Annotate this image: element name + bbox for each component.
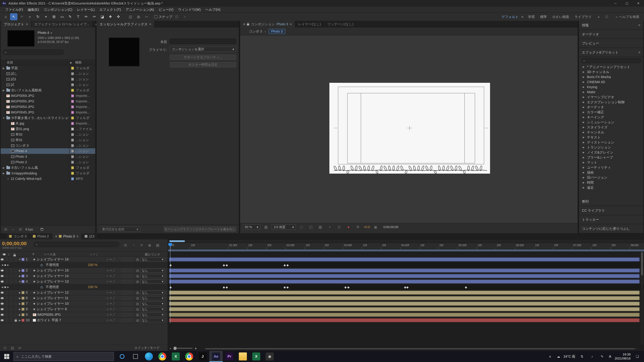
effects-category[interactable]: ▶オーディオ	[579, 105, 643, 110]
layer-switches[interactable]: ◇✶╱	[107, 313, 122, 316]
panel-menu-icon[interactable]: ≡	[638, 23, 640, 27]
layer-name[interactable]: シェイプレイヤー 13	[36, 279, 107, 284]
kf-next-icon[interactable]: ▶	[7, 286, 9, 289]
menu-layer[interactable]: レイヤー(L)	[75, 7, 97, 12]
layer-duration-bar-row[interactable]	[168, 257, 644, 262]
panel-align[interactable]: 整列	[579, 197, 643, 206]
layer-lock-toggle[interactable]	[14, 268, 18, 273]
panel-menu-icon[interactable]: ≡	[76, 234, 78, 238]
home-tool-icon[interactable]: ⌂	[2, 13, 10, 20]
composition-viewer-tab[interactable]: ×コンポジションPhoto 3≡	[240, 21, 295, 27]
expand-icon[interactable]: ▶	[582, 86, 585, 88]
layer-duration-bar[interactable]	[169, 302, 640, 306]
project-item[interactable]: コンポ 3...ション	[1, 143, 95, 148]
effects-category[interactable]: ▶ノイズ&グレイン	[579, 150, 643, 155]
hand-tool-icon[interactable]: ☞	[18, 13, 26, 20]
workspace-tab-2[interactable]: 学習	[526, 14, 538, 19]
layer-lock-toggle[interactable]	[14, 273, 18, 279]
layer-visibility-toggle[interactable]	[0, 268, 4, 273]
comp-current-time[interactable]: 0;00;00;00	[384, 225, 398, 229]
parent-link-dropdown[interactable]: なし▾	[140, 268, 165, 273]
taskbar-app-excel[interactable]: X	[169, 351, 182, 362]
expand-icon[interactable]: ▶	[18, 313, 22, 316]
layer-duration-bar[interactable]	[169, 318, 640, 322]
expand-icon[interactable]: ▶	[582, 101, 585, 103]
workspace-tab-4[interactable]: 小さい画面	[550, 14, 572, 19]
lock-column-icon[interactable]	[14, 255, 16, 256]
interpret-footage-icon[interactable]: ⊞	[3, 226, 8, 233]
layer-lock-toggle[interactable]	[14, 296, 18, 301]
layer-name[interactable]: ホワイト 平面 7	[37, 318, 107, 323]
composition-viewer[interactable]	[240, 35, 578, 223]
clone-stamp-tool-icon[interactable]: ✑	[90, 13, 98, 20]
parent-link-dropdown[interactable]: なし▾	[140, 274, 165, 278]
project-item[interactable]: IMGP0055.JPGImporte...	[1, 98, 95, 104]
layer-audio-toggle[interactable]	[4, 268, 9, 273]
menu-composition[interactable]: コンポジション(C)	[41, 7, 75, 12]
keyframe-icon[interactable]: ◆	[170, 263, 172, 267]
layer-name[interactable]: シェイプレイヤー 14	[36, 274, 107, 278]
expand-icon[interactable]: ▶	[2, 67, 5, 69]
menu-help[interactable]: ヘルプ(H)	[203, 7, 223, 12]
layer-row[interactable]: ▶2★シェイプレイヤー 15◇✶╱◎なし▾	[0, 268, 168, 273]
expand-icon[interactable]: ▶	[582, 181, 585, 184]
taskbar-app-capture[interactable]: ◉	[263, 351, 276, 362]
layer-audio-toggle[interactable]	[4, 296, 9, 301]
project-search-input[interactable]: ⌕	[2, 50, 64, 55]
label-column-icon[interactable]: ◆	[70, 61, 72, 64]
layer-label-chip[interactable]	[22, 297, 24, 300]
effects-category[interactable]: ▶イマーシブビデオ	[579, 94, 643, 99]
layer-visibility-toggle[interactable]	[0, 290, 4, 295]
layer-duration-bar-row[interactable]	[168, 279, 644, 284]
timeline-navigator[interactable]	[168, 240, 644, 242]
layer-audio-toggle[interactable]	[4, 307, 9, 312]
parent-link-dropdown[interactable]: なし▾	[140, 291, 165, 295]
taskbar-app-excel-secondary[interactable]: X	[250, 351, 263, 362]
cortana-button[interactable]	[116, 351, 129, 362]
expand-icon[interactable]: ▶	[582, 111, 585, 113]
layer-solo-toggle[interactable]	[9, 279, 14, 284]
zoom-tool-icon[interactable]: ⌕	[26, 13, 34, 20]
breadcrumb-current[interactable]: Photo 3	[268, 29, 286, 34]
timeline-search-input[interactable]: ⌕	[34, 242, 119, 247]
menu-animation[interactable]: アニメーション(A)	[123, 7, 156, 12]
expand-icon[interactable]: ▶	[18, 291, 22, 294]
layer-duration-bar-row[interactable]	[168, 268, 644, 273]
layer-lock-toggle[interactable]	[14, 307, 18, 312]
panel-tracker[interactable]: トラッカー	[579, 215, 643, 224]
close-tab-icon[interactable]: ×	[243, 22, 245, 26]
taskbar-app-explorer[interactable]	[236, 351, 250, 362]
layer-duration-bar-row[interactable]	[168, 296, 644, 301]
effects-category[interactable]: ▶描画	[579, 170, 643, 175]
timeline-zoom-control[interactable]: ▲ ▲	[170, 347, 197, 350]
menu-effect[interactable]: エフェクト(T)	[97, 7, 123, 12]
project-item[interactable]: ▶①HappyWeddingフォルダ	[1, 170, 95, 176]
zoom-in-mountain-icon[interactable]: ▲	[194, 347, 197, 350]
panel-cc-libraries[interactable]: CC ライブラリ	[579, 206, 643, 215]
layer-duration-bar-row[interactable]	[168, 312, 644, 318]
parent-pickwhip-icon[interactable]: ◎	[135, 307, 140, 311]
kf-prev-icon[interactable]: ◀	[1, 264, 3, 266]
panel-menu-icon[interactable]: ≡	[150, 22, 152, 26]
roto-brush-tool-icon[interactable]: ❖	[107, 13, 114, 20]
panel-menu-icon[interactable]: ≡	[290, 22, 292, 26]
toolbar-extra-icon-3[interactable]: ≔	[143, 13, 150, 20]
layer-visibility-toggle[interactable]	[0, 279, 4, 284]
layer-row[interactable]: ▶8★シェイプレイヤー 9◇✶╱◎なし▾	[0, 307, 168, 312]
exposure-value[interactable]: +0.0	[364, 225, 370, 229]
menu-edit[interactable]: 編集(E)	[25, 7, 41, 12]
property-label[interactable]: 不透明度	[46, 263, 59, 267]
project-tab-1[interactable]: プロジェクト≡	[1, 21, 31, 27]
layer-duration-bar[interactable]	[169, 307, 640, 311]
keyframe-icon[interactable]: ◆	[170, 285, 172, 289]
zoom-out-mountain-icon[interactable]: ▲	[170, 347, 172, 350]
layer-duration-bar[interactable]	[169, 280, 640, 284]
workspace-tab-1[interactable]: デフォルト	[499, 14, 522, 19]
project-item[interactable]: Photo 2...ション	[1, 159, 95, 165]
timeline-vertical-scrollbar[interactable]	[641, 251, 643, 345]
action-center-icon[interactable]: ❏	[634, 355, 641, 359]
layer-visibility-toggle[interactable]	[0, 301, 4, 306]
essential-graphics-tab[interactable]: エッセンシャルグラフィックス ≡	[96, 21, 155, 27]
expand-icon[interactable]: ▶	[18, 308, 22, 311]
layer-visibility-toggle[interactable]	[0, 296, 4, 301]
